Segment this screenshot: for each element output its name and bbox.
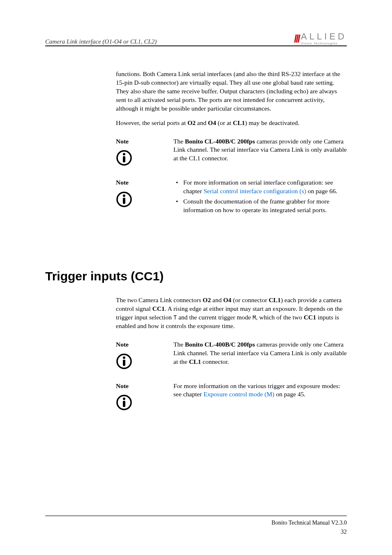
link-exposure-mode[interactable]: Exposure control mode (M) [203, 391, 274, 398]
note-text-2: For more information on serial interface… [173, 178, 347, 216]
note-left: Note [116, 178, 173, 216]
header-rule [45, 45, 347, 46]
note-block-1: Note The Bonito CL-400B/C 200fps cameras… [116, 137, 347, 169]
svg-rect-2 [123, 156, 125, 162]
page-header: Camera Link interface (O1-O4 or CL1, CL2… [45, 32, 347, 45]
note-text-4: For more information on the various trig… [173, 382, 347, 414]
note-label: Note [116, 340, 173, 349]
info-icon [116, 150, 173, 169]
logo-text: ALLIED Vision Technologies [301, 32, 347, 45]
footer-rule [45, 515, 347, 516]
paragraph-1: functions. Both Camera Link serial inter… [116, 70, 347, 113]
note-label: Note [116, 178, 173, 187]
heading-trigger-inputs: Trigger inputs (CC1) [45, 269, 164, 283]
note2-item-1: For more information on serial interface… [173, 178, 347, 196]
trigger-paragraph: The two Camera Link connectors O2 and O4… [116, 296, 347, 331]
info-icon [116, 191, 173, 210]
info-icon [116, 353, 173, 372]
header-title: Camera Link interface (O1-O4 or CL1, CL2… [45, 38, 157, 45]
note-text-1: The Bonito CL-400B/C 200fps cameras prov… [173, 137, 347, 169]
main-content: functions. Both Camera Link serial inter… [116, 70, 347, 224]
svg-point-7 [123, 356, 125, 359]
note-label: Note [116, 137, 173, 146]
paragraph-2: However, the serial ports at O2 and O4 (… [116, 119, 347, 127]
logo-slashes-icon: /// [294, 32, 300, 45]
footer-text: Bonito Technical Manual V2.3.0 [272, 520, 347, 526]
note-text-3: The Bonito CL-400B/C 200fps cameras prov… [173, 340, 347, 372]
svg-point-4 [123, 194, 125, 197]
note-left: Note [116, 382, 173, 414]
note-left: Note [116, 137, 173, 169]
svg-rect-8 [123, 360, 125, 366]
page-number: 32 [341, 528, 347, 535]
note-block-4: Note For more information on the various… [116, 382, 347, 414]
svg-point-10 [123, 398, 125, 400]
logo-main: ALLIED [301, 32, 347, 41]
svg-rect-5 [123, 198, 125, 204]
svg-point-1 [123, 153, 125, 155]
info-icon [116, 394, 173, 413]
note-block-2: Note For more information on serial inte… [116, 178, 347, 216]
logo-sub: Vision Technologies [301, 42, 347, 45]
note-block-3: Note The Bonito CL-400B/C 200fps cameras… [116, 340, 347, 372]
note2-item-2: Consult the documentation of the frame g… [173, 197, 347, 215]
link-serial-config[interactable]: Serial control interface configuration (… [203, 187, 306, 194]
company-logo: /// ALLIED Vision Technologies [294, 32, 347, 45]
section-trigger-inputs: The two Camera Link connectors O2 and O4… [116, 296, 347, 421]
note-label: Note [116, 382, 173, 391]
note-left: Note [116, 340, 173, 372]
svg-rect-11 [123, 401, 125, 407]
